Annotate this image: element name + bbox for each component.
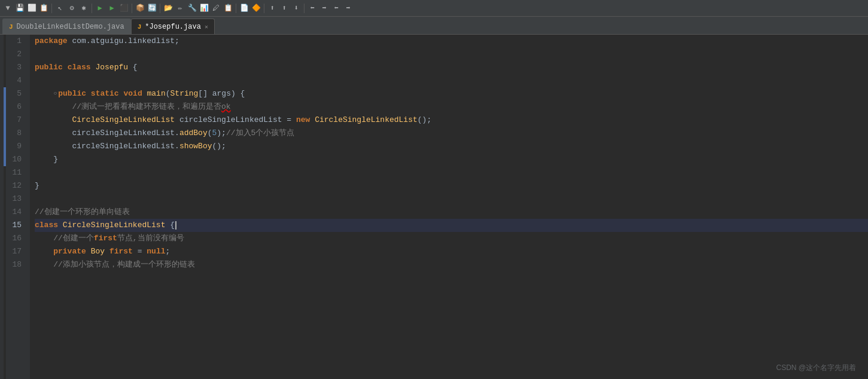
line-num-15: 15 [6, 219, 25, 232]
open-icon[interactable]: 📂 [163, 3, 173, 14]
line-num-4: 4 [6, 74, 25, 87]
code-line-12: } [35, 179, 868, 192]
up2-icon[interactable]: ⬆ [279, 3, 290, 14]
save-icon[interactable]: 💾 [14, 3, 25, 14]
line-num-2: 2 [6, 48, 25, 61]
code-line-13 [35, 192, 868, 206]
method-main: main [147, 87, 166, 100]
code-line-14: //创建一个环形的单向链表 [35, 206, 868, 219]
method-addboy: addBoy [179, 127, 208, 140]
comment-line-18: //添加小孩节点，构建成一个环形的链表 [53, 258, 195, 271]
java-file-icon: J [9, 23, 13, 30]
code-line-8: circleSingleLinkedList . addBoy ( 5 ); /… [35, 127, 868, 140]
package-name: com.atguigu.linkedlist; [72, 35, 179, 48]
line-num-16: 16 [6, 232, 25, 245]
code-line-18: //添加小孩节点，构建成一个环形的链表 [35, 258, 868, 271]
line-numbers: 1 2 3 4 5 6 7 8 9 10 11 12 13 14 15 16 1… [6, 35, 30, 379]
class-circle-linked: CircleSingleLinkedList [63, 219, 166, 232]
var-circle-2: circleSingleLinkedList [72, 127, 175, 140]
code-line-4 [35, 74, 868, 87]
keyword-package: package [35, 35, 68, 48]
keyword-void: void [123, 87, 142, 100]
down-icon[interactable]: ⬇ [291, 3, 301, 14]
line-num-11: 11 [6, 166, 25, 179]
run-icon[interactable]: ▶ [95, 3, 105, 14]
square-icon[interactable]: ⬜ [26, 3, 37, 14]
line-num-1: 1 [6, 35, 25, 48]
chart-icon[interactable]: 📊 [199, 3, 209, 14]
num-5: 5 [212, 127, 217, 140]
keyword-new: new [296, 114, 310, 127]
keyword-class-15: class [35, 219, 58, 232]
run2-icon[interactable]: ▶ [106, 3, 117, 14]
code-line-1: package com.atguigu.linkedlist; [35, 35, 868, 48]
package-icon[interactable]: 📦 [135, 3, 145, 14]
keyword-public-5: public [58, 87, 86, 100]
keyword-private: private [53, 245, 86, 258]
comment-ok: ok [221, 100, 231, 114]
edit-icon[interactable]: ✏ [175, 3, 185, 14]
code-line-17: private Boy first = null ; [35, 245, 868, 258]
editor-area: 1 2 3 4 5 6 7 8 9 10 11 12 13 14 15 16 1… [0, 35, 868, 379]
refresh-icon[interactable]: 🔄 [147, 3, 157, 14]
copy-icon[interactable]: 📋 [38, 3, 49, 14]
tab-josepfu[interactable]: J *Josepfu.java ✕ [131, 19, 215, 34]
doc-icon[interactable]: 📄 [239, 3, 249, 14]
tab-bar: J DoubleLinkedListDemo.java J *Josepfu.j… [0, 17, 868, 35]
line-num-10: 10 [6, 153, 25, 166]
watermark: CSDN @这个名字先用着 [776, 363, 856, 373]
java-file-icon-2: J [138, 23, 142, 30]
pen-icon[interactable]: 🖊 [211, 3, 221, 14]
up-icon[interactable]: ⬆ [267, 3, 278, 14]
cursor-icon[interactable]: ↖ [54, 3, 65, 14]
forward2-icon[interactable]: ➡ [343, 3, 354, 14]
type-boy: Boy [91, 245, 105, 258]
line-num-12: 12 [6, 179, 25, 192]
fold-marker-5[interactable]: ○ [53, 87, 57, 100]
comment-line-14: //创建一个环形的单向链表 [35, 206, 130, 219]
keyword-null: null [147, 245, 165, 258]
comment-first-text: first [94, 232, 117, 245]
line-num-18: 18 [6, 258, 25, 271]
line-num-9: 9 [6, 140, 25, 153]
var-circle-3: circleSingleLinkedList [72, 140, 175, 153]
var-circle: circleSingleLinkedList [179, 114, 282, 127]
line-num-3: 3 [6, 61, 25, 74]
code-line-15: class CircleSingleLinkedList { [35, 219, 868, 232]
tab-label-1: DoubleLinkedListDemo.java [17, 23, 124, 31]
code-line-16: //创建一个first节点,当前没有编号 [35, 232, 868, 245]
code-line-7: CircleSingleLinkedList circleSingleLinke… [35, 114, 868, 127]
keyword-class-3: class [68, 61, 91, 74]
diamond-icon[interactable]: 🔶 [251, 3, 261, 14]
forward-icon[interactable]: ➡ [319, 3, 330, 14]
code-line-5: ○ public static void main ( String [] ar… [35, 87, 868, 100]
code-line-3: public class Josepfu { [35, 61, 868, 74]
keyword-static: static [91, 87, 119, 100]
method-showboy: showBoy [179, 140, 212, 153]
line-num-7: 7 [6, 114, 25, 127]
toolbar: ▼ 💾 ⬜ 📋 ↖ ⚙ ✱ ▶ ▶ ⬛ 📦 🔄 📂 ✏ 🔧 📊 🖊 📋 📄 🔶 … [0, 0, 868, 17]
dropdown-arrow-icon[interactable]: ▼ [2, 3, 13, 14]
tab-label-2: *Josepfu.java [145, 23, 201, 31]
tab-double-linked-list[interactable]: J DoubleLinkedListDemo.java [2, 19, 131, 34]
type-circle-list-2: CircleSingleLinkedList [315, 114, 418, 127]
line-num-8: 8 [6, 127, 25, 140]
code-line-9: circleSingleLinkedList . showBoy (); [35, 140, 868, 153]
stop-icon[interactable]: ⬛ [118, 3, 129, 14]
line-num-14: 14 [6, 206, 25, 219]
code-content[interactable]: package com.atguigu.linkedlist; public c… [30, 35, 868, 379]
back2-icon[interactable]: ⬅ [331, 3, 342, 14]
type-circle-list: CircleSingleLinkedList [72, 114, 175, 127]
settings-icon[interactable]: ⚙ [66, 3, 77, 14]
close-tab-icon[interactable]: ✕ [205, 23, 208, 30]
back-icon[interactable]: ⬅ [307, 3, 318, 14]
line-num-6: 6 [6, 100, 25, 114]
type-string: String [170, 87, 199, 100]
tool-icon[interactable]: 🔧 [187, 3, 197, 14]
settings2-icon[interactable]: ✱ [78, 3, 89, 14]
code-line-11 [35, 166, 868, 179]
class-name-josepfu: Josepfu [95, 61, 128, 74]
cursor-blink [175, 221, 176, 230]
clip-icon[interactable]: 📋 [223, 3, 233, 14]
line-num-5: 5 [6, 87, 25, 100]
